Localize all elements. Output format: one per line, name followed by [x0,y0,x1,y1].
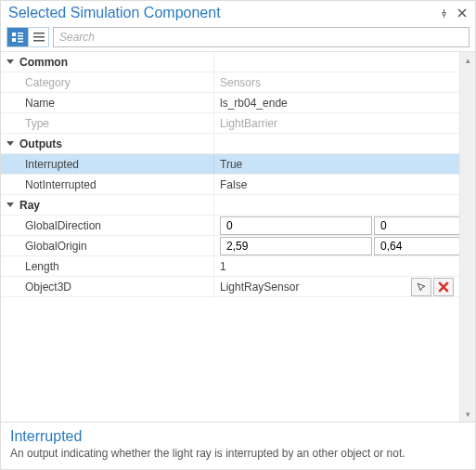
row-global-origin[interactable]: GlobalOrigin Pick [1,236,459,256]
svg-rect-4 [18,38,23,40]
row-name[interactable]: Name ls_rb04_ende [1,93,459,113]
row-object3d[interactable]: Object3D LightRaySensor [1,277,459,297]
prop-label: Interrupted [1,154,214,174]
prop-value[interactable]: 1 [214,256,459,276]
prop-label: Object3D [1,277,214,296]
prop-label: Length [1,256,214,276]
prop-label: NotInterrupted [1,175,214,194]
row-type: Type LightBarrier [1,113,459,134]
row-global-direction[interactable]: GlobalDirection X Y Z [1,215,459,236]
svg-rect-7 [33,36,45,38]
prop-label: Category [1,72,214,92]
vertical-scrollbar[interactable]: ▴ ▾ [459,52,475,422]
prop-value: Sensors [214,72,459,92]
title-bar: Selected Simulation Component [1,1,475,23]
property-grid-wrap: Common Category Sensors Name ls_rb04_end… [1,51,475,422]
global-origin-y[interactable] [374,237,459,255]
pick-object-button[interactable] [411,278,431,296]
toolbar [1,23,475,51]
scroll-down-icon[interactable]: ▾ [460,406,475,422]
prop-value[interactable]: True [214,154,459,174]
window-title: Selected Simulation Component [8,5,221,21]
row-category: Category Sensors [1,72,459,93]
prop-label: Type [1,113,214,133]
row-interrupted[interactable]: Interrupted True [1,154,459,175]
prop-value: LightBarrier [214,113,459,133]
description-title: Interrupted [10,428,466,445]
svg-rect-3 [12,38,16,42]
chevron-down-icon [6,59,14,64]
scroll-up-icon[interactable]: ▴ [460,52,475,68]
prop-value[interactable]: False [214,175,459,194]
svg-rect-6 [33,33,45,34]
prop-value: LightRaySensor [220,281,409,294]
prop-label: GlobalDirection [1,215,214,235]
group-label: Outputs [19,137,62,150]
chevron-down-icon [6,202,14,207]
group-header-ray[interactable]: Ray [1,195,459,215]
description-body: An output indicating whether the light r… [10,447,466,460]
group-label: Ray [19,199,40,212]
svg-rect-5 [18,41,23,43]
clear-object-button[interactable] [433,278,454,296]
property-grid: Common Category Sensors Name ls_rb04_end… [1,52,459,422]
prop-label: GlobalOrigin [1,236,214,255]
search-input[interactable] [53,27,470,47]
row-not-interrupted[interactable]: NotInterrupted False [1,175,459,195]
group-header-common[interactable]: Common [1,52,459,72]
group-header-outputs[interactable]: Outputs [1,134,459,154]
global-origin-x[interactable] [220,237,372,255]
svg-rect-0 [12,33,16,36]
pin-icon[interactable] [436,6,451,20]
svg-rect-8 [33,40,45,42]
close-icon[interactable] [455,6,470,20]
chevron-down-icon [6,141,14,146]
group-label: Common [19,56,68,69]
global-direction-y[interactable] [374,216,459,235]
view-list-button[interactable] [28,28,48,46]
view-categorized-button[interactable] [7,28,28,46]
view-toggle [6,27,49,47]
prop-value[interactable]: ls_rb04_ende [214,93,459,112]
row-length[interactable]: Length 1 [1,256,459,277]
global-direction-x[interactable] [220,216,372,235]
svg-rect-2 [18,35,23,37]
prop-label: Name [1,93,214,112]
description-pane: Interrupted An output indicating whether… [1,422,475,469]
svg-rect-1 [18,33,23,34]
